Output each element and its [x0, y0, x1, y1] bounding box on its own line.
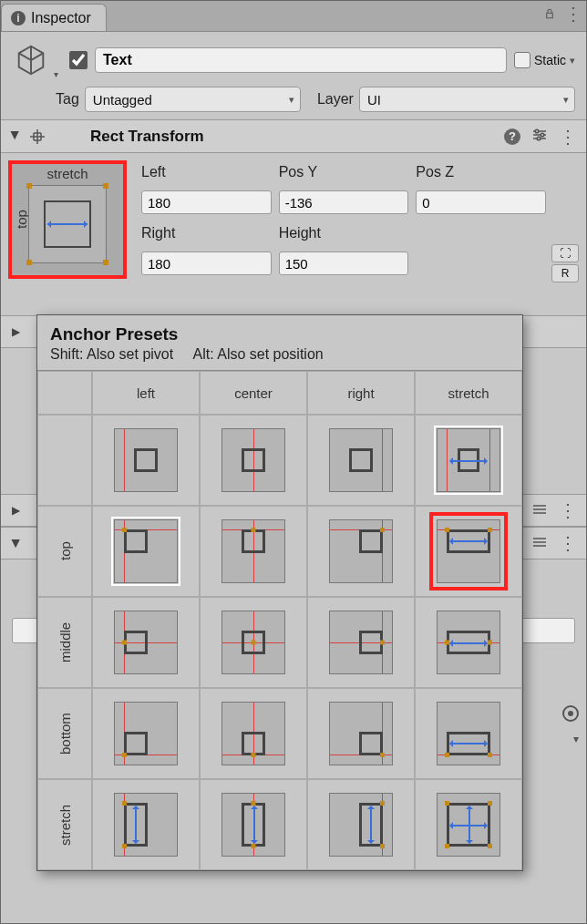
height-label: Height — [279, 225, 409, 241]
preset-top-center[interactable] — [200, 506, 307, 597]
preset-top-right[interactable] — [307, 506, 415, 597]
raw-edit-button[interactable]: R — [551, 264, 579, 282]
foldout-icon[interactable]: ▶ — [12, 504, 20, 517]
row-head-bottom: bottom — [37, 688, 92, 779]
preset-middle-left[interactable] — [92, 597, 200, 688]
object-picker-icon[interactable] — [562, 705, 579, 722]
anchor-preview — [28, 185, 107, 263]
info-icon: i — [11, 11, 26, 26]
preset-none-right[interactable] — [307, 415, 415, 506]
posz-label: Pos Z — [416, 164, 546, 180]
left-input[interactable] — [141, 190, 272, 214]
popup-header: Anchor Presets Shift: Also set pivot Alt… — [37, 315, 522, 371]
tag-dropdown[interactable]: Untagged — [85, 87, 301, 112]
preset-stretch-left[interactable] — [92, 779, 200, 870]
col-head-left: left — [92, 371, 200, 415]
blueprint-buttons: ⛶ R — [551, 244, 579, 282]
presets-icon[interactable] — [531, 534, 548, 553]
preset-middle-right[interactable] — [307, 597, 415, 688]
anchor-v-label: top — [14, 164, 29, 275]
recttransform-body: stretch top Left Pos Y Pos Z Right Heigh… — [1, 153, 586, 286]
gameobject-name-field[interactable] — [95, 47, 507, 73]
right-label: Right — [141, 225, 272, 241]
gameobject-icon[interactable] — [12, 41, 50, 79]
preset-middle-stretch[interactable] — [415, 597, 522, 688]
preset-bottom-stretch[interactable] — [415, 688, 522, 779]
recttransform-fields: Left Pos Y Pos Z Right Height — [141, 160, 579, 279]
tag-label: Tag — [56, 91, 79, 108]
help-icon[interactable]: ? — [504, 128, 520, 145]
svg-point-0 — [535, 129, 539, 133]
preset-bottom-right[interactable] — [307, 688, 415, 779]
tab-title: Inspector — [31, 10, 91, 26]
anchor-preset-button[interactable]: stretch top — [8, 160, 127, 279]
presets-icon[interactable] — [531, 127, 548, 146]
recttransform-header[interactable]: ▶ Rect Transform ? ⋮ — [1, 120, 586, 153]
col-head-right: right — [307, 371, 415, 415]
gameobject-header: ▾ Static ▾ Tag Untagged Layer UI — [1, 32, 586, 120]
recttransform-icon — [28, 128, 46, 146]
more-icon[interactable]: ⋮ — [559, 532, 577, 554]
posy-label: Pos Y — [279, 164, 409, 180]
more-icon[interactable]: ⋮ — [564, 5, 582, 23]
more-icon[interactable]: ⋮ — [559, 499, 577, 521]
anchor-presets-popup: Anchor Presets Shift: Also set pivot Alt… — [36, 314, 523, 871]
col-head-center: center — [200, 371, 307, 415]
preset-stretch-center[interactable] — [200, 779, 307, 870]
preset-stretch-right[interactable] — [307, 779, 415, 870]
preset-none-center[interactable] — [200, 415, 307, 506]
preset-none-left[interactable] — [92, 415, 200, 506]
layer-dropdown[interactable]: UI — [359, 87, 575, 112]
lock-icon[interactable] — [541, 5, 559, 23]
gameobject-icon-dropdown[interactable]: ▾ — [54, 69, 58, 79]
row-head-top: top — [37, 506, 92, 597]
preset-top-left[interactable] — [92, 506, 200, 597]
header-row-2: Tag Untagged Layer UI — [12, 87, 575, 112]
foldout-icon[interactable]: ▶ — [12, 325, 20, 338]
preset-bottom-center[interactable] — [200, 688, 307, 779]
popup-grid: left center right stretch — [37, 371, 522, 870]
preset-stretch-stretch[interactable] — [415, 779, 522, 870]
svg-point-1 — [541, 133, 544, 137]
foldout-icon[interactable]: ▶ — [9, 131, 22, 142]
posz-input[interactable] — [416, 190, 546, 214]
component-header-right: ? ⋮ — [504, 126, 577, 148]
blueprint-mode-button[interactable]: ⛶ — [551, 244, 579, 262]
header-row-1: ▾ Static ▾ — [12, 41, 575, 79]
popup-subtitle: Shift: Also set pivot Alt: Also set posi… — [50, 346, 510, 363]
foldout-icon[interactable]: ▶ — [10, 539, 23, 548]
presets-icon[interactable] — [531, 501, 548, 520]
preset-top-stretch[interactable] — [415, 506, 522, 597]
static-group: Static ▾ — [514, 52, 575, 68]
preset-none-stretch[interactable] — [415, 415, 522, 506]
col-head-stretch: stretch — [415, 371, 522, 415]
tab-right-controls: ⋮ — [541, 5, 582, 23]
component-title: Rect Transform — [54, 128, 497, 146]
chevron-down-icon[interactable]: ▾ — [573, 733, 579, 745]
static-label: Static — [534, 53, 566, 67]
row-head-stretch: stretch — [37, 779, 92, 870]
row-head-none — [37, 415, 92, 506]
right-input[interactable] — [141, 252, 272, 275]
left-label: Left — [141, 164, 272, 180]
tab-bar: i Inspector ⋮ — [1, 1, 586, 32]
height-input[interactable] — [279, 252, 409, 275]
tab-inspector[interactable]: i Inspector — [1, 4, 107, 31]
component-more-icon[interactable]: ⋮ — [559, 126, 577, 148]
preset-middle-center[interactable] — [200, 597, 307, 688]
inspector-window: i Inspector ⋮ ▾ Static ▾ — [0, 0, 587, 924]
layer-label: Layer — [317, 91, 354, 108]
grid-corner — [37, 371, 92, 415]
popup-title: Anchor Presets — [50, 324, 510, 344]
static-dropdown-icon[interactable]: ▾ — [570, 55, 575, 67]
static-checkbox[interactable] — [514, 52, 530, 68]
preset-bottom-left[interactable] — [92, 688, 200, 779]
gameobject-enabled-checkbox[interactable] — [69, 51, 88, 69]
svg-point-2 — [537, 137, 541, 140]
row-head-middle: middle — [37, 597, 92, 688]
posy-input[interactable] — [279, 190, 409, 214]
